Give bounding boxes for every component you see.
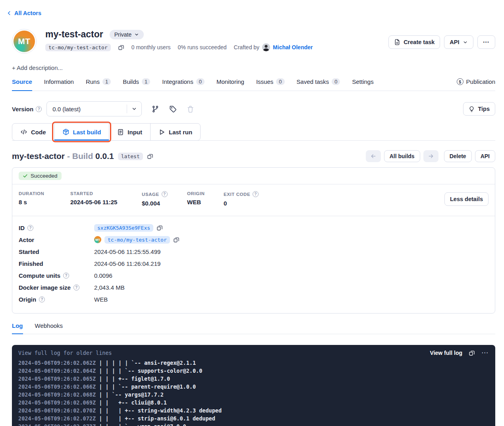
- stat-exit-code: EXIT CODE? 0: [224, 191, 259, 207]
- build-title: my-test-actor - Build 0.0.1 latest: [12, 151, 153, 161]
- actor-mini-avatar: MT: [94, 236, 101, 243]
- back-link-label: All Actors: [14, 10, 41, 16]
- tab-log[interactable]: Log: [12, 322, 23, 334]
- build-card: Succeeded DURATION 8 s STARTED 2024-05-0…: [12, 167, 495, 314]
- publication-link[interactable]: $ Publication: [457, 78, 495, 90]
- visibility-dropdown[interactable]: Private: [110, 30, 144, 39]
- detail-row-origin: Origin? WEB: [19, 293, 489, 305]
- all-builds-button[interactable]: All builds: [384, 150, 420, 162]
- stat-started: STARTED 2024-05-06 11:25: [70, 191, 128, 207]
- copy-icon[interactable]: [469, 350, 475, 356]
- dollar-circle-icon: $: [457, 78, 463, 85]
- back-link-all-actors[interactable]: All Actors: [6, 10, 41, 16]
- stat-duration: DURATION 8 s: [19, 191, 57, 207]
- page-title: my-test-actor: [45, 29, 103, 40]
- build-log-terminal: View full log for older lines View full …: [12, 345, 495, 426]
- copy-icon[interactable]: [118, 44, 124, 50]
- tab-code[interactable]: Code: [12, 124, 54, 140]
- tag-icon[interactable]: [169, 105, 177, 113]
- code-icon: [20, 128, 27, 136]
- tab-monitoring[interactable]: Monitoring: [216, 78, 244, 91]
- latest-tag-badge: latest: [118, 153, 143, 160]
- author-link[interactable]: Michał Olender: [273, 44, 313, 50]
- tab-builds[interactable]: Builds1: [123, 78, 150, 91]
- tab-webhooks[interactable]: Webhooks: [35, 322, 63, 334]
- main-tab-bar: SourceInformationRuns1Builds1Integration…: [12, 78, 495, 91]
- log-line: 2024-05-06T09:26:02.062Z | | | | | `-- a…: [18, 359, 489, 367]
- view-older-log-link[interactable]: View full log for older lines: [18, 350, 112, 356]
- help-icon[interactable]: ?: [63, 273, 69, 279]
- tab-input[interactable]: Input: [109, 124, 150, 140]
- actor-slug-badge[interactable]: tc-mo/my-test-actor: [45, 44, 111, 51]
- create-task-button[interactable]: Create task: [388, 35, 440, 49]
- chevron-down-icon: [463, 40, 468, 45]
- api-button[interactable]: API: [475, 150, 495, 162]
- log-line: 2024-05-06T09:26:02.065Z | | | +-- figle…: [18, 375, 489, 383]
- tab-source[interactable]: Source: [12, 78, 32, 91]
- document-icon: [394, 39, 400, 45]
- copy-icon[interactable]: [156, 225, 163, 231]
- actor-link-badge[interactable]: tc-mo/my-test-actor: [104, 236, 170, 244]
- view-full-log-button[interactable]: View full log: [430, 350, 462, 356]
- document-icon: [117, 129, 124, 136]
- help-icon[interactable]: ?: [73, 285, 79, 290]
- log-lines[interactable]: 2024-05-06T09:26:02.062Z | | | | | `-- a…: [18, 359, 489, 426]
- log-line: 2024-05-06T09:26:02.069Z | | +-- cliui@8…: [18, 399, 489, 407]
- tab-settings[interactable]: Settings: [352, 78, 373, 91]
- trash-icon: [187, 105, 194, 113]
- copy-icon[interactable]: [173, 236, 180, 243]
- tab-last-build[interactable]: Last build: [54, 124, 109, 140]
- log-line: 2024-05-06T09:26:02.072Z | | | +-- strip…: [18, 414, 489, 422]
- log-line: 2024-05-06T09:26:02.070Z | | | +-- strin…: [18, 407, 489, 414]
- previous-build-button[interactable]: [366, 150, 381, 162]
- log-tab-bar: Log Webhooks: [12, 322, 495, 334]
- chevron-down-icon: [127, 105, 141, 113]
- chevron-down-icon: [134, 32, 139, 37]
- count-badge: 0: [276, 78, 284, 85]
- chevron-left-icon: [6, 10, 12, 16]
- actor-header: MT my-test-actor Private tc-mo/my-test-a…: [12, 29, 495, 54]
- delete-button[interactable]: Delete: [444, 150, 472, 162]
- tab-last-run[interactable]: Last run: [150, 124, 200, 140]
- lightbulb-icon: [469, 106, 475, 112]
- play-icon: [158, 129, 165, 136]
- next-build-button[interactable]: [423, 150, 438, 162]
- tab-integrations[interactable]: Integrations0: [162, 78, 205, 91]
- help-icon[interactable]: ?: [39, 296, 45, 302]
- git-branch-icon[interactable]: [152, 105, 159, 113]
- help-icon[interactable]: ?: [36, 106, 42, 112]
- build-id-badge[interactable]: sxzKGK5A93Se9FExs: [94, 224, 153, 232]
- detail-row-id: ID? sxzKGK5A93Se9FExs: [19, 222, 489, 234]
- log-line: 2024-05-06T09:26:02.073Z | | | `-- wrap-…: [18, 422, 489, 426]
- runs-succeeded-stat: 0% runs succeeded: [178, 44, 227, 50]
- count-badge: 0: [196, 78, 205, 85]
- help-icon[interactable]: ?: [27, 225, 33, 231]
- tab-saved-tasks[interactable]: Saved tasks0: [297, 78, 340, 91]
- more-actions-button[interactable]: ⋯: [477, 35, 496, 49]
- detail-row-compute-units: Compute units? 0.0096: [19, 269, 489, 281]
- status-badge: Succeeded: [19, 172, 62, 180]
- log-more-icon[interactable]: ⋯: [481, 349, 489, 356]
- detail-row-started: Started 2024-05-06 11:25:55.499: [19, 246, 489, 258]
- log-line: 2024-05-06T09:26:02.064Z | | | | `-- sup…: [18, 367, 489, 375]
- version-select[interactable]: 0.0 (latest): [46, 101, 142, 116]
- stat-origin: ORIGIN WEB: [187, 191, 210, 207]
- copy-icon[interactable]: [147, 153, 153, 159]
- api-dropdown-button[interactable]: API: [444, 35, 473, 49]
- add-description-link[interactable]: + Add description...: [12, 64, 63, 71]
- help-icon[interactable]: ?: [253, 191, 259, 197]
- tab-runs[interactable]: Runs1: [86, 78, 111, 91]
- count-badge: 1: [102, 78, 111, 85]
- detail-row-finished: Finished 2024-05-06 11:26:04.219: [19, 258, 489, 269]
- package-icon: [62, 128, 70, 136]
- log-line: 2024-05-06T09:26:02.066Z | | | `-- paren…: [18, 383, 489, 391]
- less-details-button[interactable]: Less details: [444, 192, 489, 206]
- help-icon[interactable]: ?: [162, 191, 168, 197]
- source-subtab-bar: Code Last build Input Last run: [12, 123, 495, 141]
- tab-information[interactable]: Information: [44, 78, 74, 91]
- log-line: 2024-05-06T09:26:02.068Z | | `-- yargs@1…: [18, 391, 489, 399]
- version-label: Version: [12, 106, 33, 112]
- count-badge: 1: [142, 78, 150, 85]
- tips-button[interactable]: Tips: [463, 102, 495, 116]
- tab-issues[interactable]: Issues0: [256, 78, 285, 91]
